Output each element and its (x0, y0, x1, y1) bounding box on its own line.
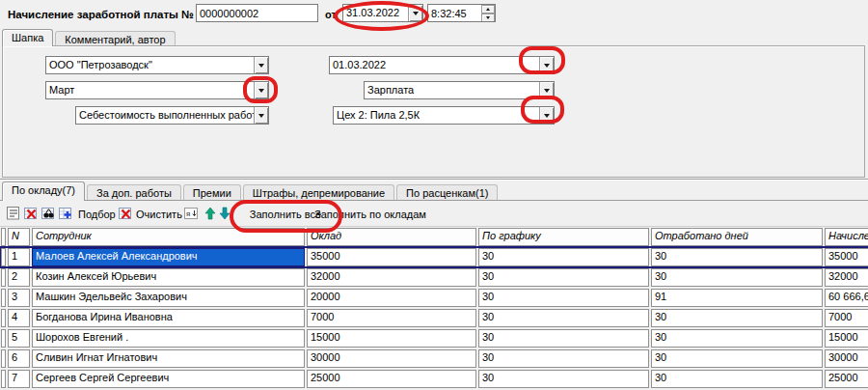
move-down-button[interactable] (216, 205, 233, 222)
table-row[interactable]: 7 Сергеев Сергей Сергеевич 25000 30 30 2… (1, 370, 868, 388)
date-combobox[interactable]: 31.03.2022 (342, 4, 423, 22)
section-combobox[interactable]: Цех 2: Пила 2,5К (333, 106, 555, 125)
section-dropdown-arrow-icon[interactable] (539, 107, 554, 124)
salary-cell[interactable]: 30000 (307, 349, 476, 368)
fill-by-salary-button[interactable]: Заполнить по окладам (314, 209, 426, 220)
accrued-cell[interactable]: 30000 (825, 349, 868, 368)
expense-type-combobox[interactable]: Себестоимость выполненных работ (75, 106, 269, 125)
accrued-cell[interactable]: 25000 (825, 370, 868, 388)
date-dropdown-arrow-icon[interactable] (408, 5, 422, 21)
salary-cell[interactable]: 15000 (307, 329, 476, 348)
month-combobox[interactable]: Март (45, 81, 269, 99)
worked-days-cell[interactable]: 30 (651, 349, 823, 368)
row-marker-cell[interactable] (1, 370, 6, 388)
accrued-cell[interactable]: 35000 (825, 248, 868, 266)
row-copy-button[interactable] (57, 205, 74, 222)
accrued-cell[interactable]: 7000 (825, 309, 868, 327)
row-number-cell[interactable]: 3 (8, 289, 30, 307)
col-header-worked[interactable]: Отработано дней (651, 228, 823, 246)
tab-comment-author[interactable]: Комментарий, автор (55, 31, 175, 46)
salary-cell[interactable]: 32000 (307, 268, 476, 287)
row-number-cell[interactable]: 5 (8, 329, 30, 348)
table-row[interactable]: 6 Сливин Игнат Игнатович 30000 30 30 300… (1, 349, 868, 368)
period-combobox[interactable]: 01.03.2022 (329, 56, 555, 74)
tab-shtrafy[interactable]: Штрафы, депремирование (243, 184, 394, 201)
worked-days-cell[interactable]: 91 (651, 289, 823, 307)
tab-po-rascenkam[interactable]: По расценкам(1) (396, 184, 498, 201)
row-number-cell[interactable]: 6 (8, 349, 30, 368)
schedule-days-cell[interactable]: 30 (478, 248, 649, 266)
row-marker-cell[interactable] (1, 289, 6, 307)
table-row[interactable]: 4 Богданова Ирина Ивановна 7000 30 30 70… (1, 309, 868, 327)
col-header-n[interactable]: N (8, 228, 30, 246)
calc-type-combobox[interactable]: Зарплата (364, 81, 555, 99)
accrued-cell[interactable]: 15000 (825, 329, 868, 348)
employee-cell[interactable]: Богданова Ирина Ивановна (32, 309, 305, 327)
clear-button-icon-box[interactable] (117, 205, 134, 222)
spinner-up-icon[interactable] (481, 5, 495, 14)
salary-cell[interactable]: 20000 (307, 289, 476, 307)
find-button[interactable] (40, 205, 57, 222)
firma-combobox[interactable]: ООО "Петрозаводск" (45, 56, 269, 74)
row-marker-cell[interactable] (1, 329, 6, 348)
month-dropdown-arrow-icon[interactable] (254, 82, 268, 98)
time-field[interactable]: 8:32:45 (427, 4, 496, 22)
table-row[interactable]: 5 Шорохов Евгений . 15000 30 30 15000 (1, 329, 868, 348)
salary-cell[interactable]: 25000 (307, 370, 476, 388)
row-marker-cell[interactable] (1, 268, 6, 287)
time-spinner[interactable] (481, 5, 495, 21)
schedule-days-cell[interactable]: 30 (478, 268, 649, 287)
period-dropdown-arrow-icon[interactable] (539, 57, 554, 73)
firma-dropdown-arrow-icon[interactable] (254, 57, 268, 73)
col-header-schedule[interactable]: По графику (478, 228, 649, 246)
tab-po-okladu[interactable]: По окладу(7) (2, 181, 85, 201)
row-number-cell[interactable]: 1 (8, 248, 30, 266)
worked-days-cell[interactable]: 30 (651, 370, 823, 388)
col-header-accrued[interactable]: Начислено (825, 228, 868, 246)
sort-button[interactable]: я (182, 205, 200, 222)
salary-cell[interactable]: 35000 (307, 248, 476, 266)
accrued-cell[interactable]: 60 666,67 (825, 289, 868, 307)
table-row[interactable]: 3 Машкин Эдельвейс Захарович 20000 30 91… (1, 289, 868, 307)
row-delete-button[interactable] (22, 205, 40, 222)
row-edit-button[interactable] (5, 205, 22, 222)
row-number-cell[interactable]: 2 (8, 268, 30, 287)
spinner-down-icon[interactable] (481, 14, 495, 22)
worked-days-cell[interactable]: 30 (651, 329, 823, 348)
tab-dop-raboty[interactable]: За доп. работы (87, 184, 181, 201)
schedule-days-cell[interactable]: 30 (478, 329, 649, 348)
schedule-days-cell[interactable]: 30 (478, 370, 649, 388)
podbor-button[interactable]: Подбор (78, 209, 116, 220)
row-marker-cell[interactable] (1, 309, 6, 327)
col-header-employee[interactable]: Сотрудник (32, 228, 305, 246)
schedule-days-cell[interactable]: 30 (478, 349, 649, 368)
schedule-days-cell[interactable]: 30 (478, 289, 649, 307)
row-marker-cell[interactable] (1, 349, 6, 368)
employee-cell[interactable]: Козин Алексей Юрьевич (32, 268, 305, 287)
table-row[interactable]: 2 Козин Алексей Юрьевич 32000 30 30 3200… (1, 268, 868, 287)
employee-cell[interactable]: Сливин Игнат Игнатович (32, 349, 305, 368)
row-edit-icon (6, 206, 21, 221)
payroll-document-window: Начисление заработной платы № 0000000002… (0, 0, 868, 390)
worked-days-cell[interactable]: 30 (651, 268, 823, 287)
employee-cell[interactable]: Сергеев Сергей Сергеевич (32, 370, 305, 388)
employee-cell[interactable]: Шорохов Евгений . (32, 329, 305, 348)
col-header-salary[interactable]: Оклад (307, 228, 476, 246)
employee-cell[interactable]: Машкин Эдельвейс Захарович (32, 289, 305, 307)
schedule-days-cell[interactable]: 30 (478, 309, 649, 327)
accrued-cell[interactable]: 32000 (825, 268, 868, 287)
doc-number-field[interactable]: 0000000002 (196, 4, 318, 22)
tab-shapka[interactable]: Шапка (2, 29, 53, 46)
tab-premii[interactable]: Премии (183, 184, 241, 201)
salary-cell[interactable]: 7000 (307, 309, 476, 327)
clear-button[interactable]: Очистить (136, 209, 182, 220)
row-marker-cell[interactable] (1, 248, 6, 266)
row-number-cell[interactable]: 4 (8, 309, 30, 327)
calc-type-dropdown-arrow-icon[interactable] (539, 82, 554, 98)
expense-type-dropdown-arrow-icon[interactable] (254, 107, 268, 124)
employee-cell[interactable]: Малоев Алексей Александрович (32, 248, 305, 266)
table-row[interactable]: 1 Малоев Алексей Александрович 35000 30 … (1, 248, 868, 266)
row-number-cell[interactable]: 7 (8, 370, 30, 388)
worked-days-cell[interactable]: 30 (651, 248, 823, 266)
worked-days-cell[interactable]: 30 (651, 309, 823, 327)
